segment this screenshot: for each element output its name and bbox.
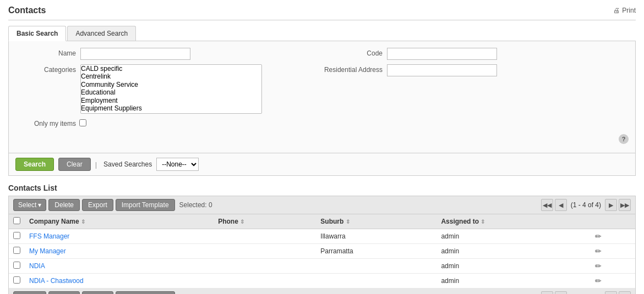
top-page-info: (1 - 4 of 4): [571, 201, 601, 209]
company-name-link[interactable]: NDIA - Chastwood: [29, 277, 84, 285]
help-icon[interactable]: ?: [619, 134, 629, 144]
header-phone[interactable]: Phone ⇕: [214, 214, 316, 229]
edit-icon[interactable]: ✏: [595, 232, 602, 241]
code-label: Code: [322, 48, 383, 57]
only-my-items-label: Only my items: [15, 118, 76, 127]
residential-address-input[interactable]: [387, 64, 497, 76]
top-delete-button[interactable]: Delete: [48, 199, 80, 211]
table-header-row: Company Name ⇕ Phone ⇕ Suburb ⇕ Assign: [9, 214, 635, 229]
top-selected-count: Selected: 0: [179, 201, 212, 209]
only-my-items-row: Only my items: [15, 118, 322, 127]
category-option[interactable]: Centrelink: [81, 73, 261, 80]
bottom-delete-button[interactable]: Delete: [48, 291, 80, 294]
bottom-select-button[interactable]: Select ▾: [13, 291, 46, 294]
top-prev-page-btn[interactable]: ◀: [555, 199, 567, 211]
table-row: My Manager Parramatta admin ✏: [9, 244, 635, 259]
bottom-pagination: ◀◀ ◀ (1 - 4 of 4) ▶ ▶▶: [541, 291, 631, 294]
row-edit-cell: ✏: [591, 244, 635, 259]
category-option[interactable]: Employment: [81, 97, 261, 104]
only-my-items-checkbox[interactable]: [79, 119, 86, 126]
assigned-sort-icon: ⇕: [481, 219, 485, 225]
edit-icon[interactable]: ✏: [595, 247, 602, 256]
bottom-next-page-btn[interactable]: ▶: [605, 291, 617, 294]
header-actions-col: [591, 214, 635, 229]
row-suburb: [316, 259, 436, 274]
category-option[interactable]: Educational: [81, 88, 261, 96]
top-next-page-btn[interactable]: ▶: [605, 199, 617, 211]
company-name-label: Company Name: [29, 218, 79, 225]
suburb-label: Suburb: [320, 218, 343, 225]
name-label: Name: [15, 48, 76, 57]
tab-basic-search[interactable]: Basic Search: [8, 26, 66, 41]
top-export-button[interactable]: Export: [82, 199, 113, 211]
bottom-export-button[interactable]: Export: [82, 291, 113, 294]
assigned-to-label: Assigned to: [441, 218, 479, 225]
row-checkbox-cell: [9, 259, 25, 274]
row-checkbox[interactable]: [13, 232, 20, 239]
row-checkbox-cell: [9, 244, 25, 259]
phone-sort-icon: ⇕: [240, 219, 244, 225]
company-name-link[interactable]: NDIA: [29, 262, 45, 270]
company-name-link[interactable]: My Manager: [29, 247, 66, 255]
name-row: Name: [15, 48, 322, 60]
category-option[interactable]: CALD specific: [81, 65, 261, 73]
contacts-table: Company Name ⇕ Phone ⇕ Suburb ⇕ Assign: [9, 214, 635, 289]
row-company-name: My Manager: [25, 244, 214, 259]
row-assigned-to: admin: [436, 274, 590, 289]
top-select-label: Select: [18, 201, 36, 209]
code-row: Code: [322, 48, 629, 60]
clear-button[interactable]: Clear: [58, 158, 91, 171]
search-left-col: Name Categories CALD specific Centrelink…: [15, 48, 322, 132]
row-checkbox[interactable]: [13, 262, 20, 269]
bottom-last-page-btn[interactable]: ▶▶: [619, 291, 631, 294]
row-company-name: FFS Manager: [25, 229, 214, 244]
top-pagination: ◀◀ ◀ (1 - 4 of 4) ▶ ▶▶: [541, 199, 631, 211]
categories-row: Categories CALD specific Centrelink Comm…: [15, 64, 322, 114]
print-link[interactable]: Print: [613, 7, 636, 14]
header-suburb[interactable]: Suburb ⇕: [316, 214, 436, 229]
table-row: FFS Manager Illawarra admin ✏: [9, 229, 635, 244]
category-option[interactable]: Equipment Suppliers: [81, 104, 261, 112]
top-import-button[interactable]: Import Template: [116, 199, 175, 211]
edit-icon[interactable]: ✏: [595, 276, 602, 285]
code-input[interactable]: [387, 48, 497, 60]
list-bottom-toolbar: Select ▾ Delete Export Import Template S…: [9, 289, 635, 294]
select-all-checkbox[interactable]: [13, 217, 20, 224]
contacts-tbody: FFS Manager Illawarra admin ✏ My Manager…: [9, 229, 635, 289]
row-checkbox-cell: [9, 229, 25, 244]
company-name-link[interactable]: FFS Manager: [29, 232, 69, 240]
phone-label: Phone: [218, 218, 238, 225]
header-assigned-to[interactable]: Assigned to ⇕: [436, 214, 590, 229]
row-checkbox[interactable]: [13, 247, 20, 254]
row-assigned-to: admin: [436, 259, 590, 274]
top-first-page-btn[interactable]: ◀◀: [541, 199, 553, 211]
list-top-toolbar: Select ▾ Delete Export Import Template S…: [9, 196, 635, 214]
row-phone: [214, 244, 316, 259]
categories-listbox[interactable]: CALD specific Centrelink Community Servi…: [80, 64, 262, 114]
row-company-name: NDIA: [25, 259, 214, 274]
saved-searches-select[interactable]: --None--: [156, 158, 199, 171]
edit-icon[interactable]: ✏: [595, 262, 602, 270]
search-button[interactable]: Search: [15, 158, 54, 171]
table-row: NDIA admin ✏: [9, 259, 635, 274]
top-last-page-btn[interactable]: ▶▶: [619, 199, 631, 211]
row-assigned-to: admin: [436, 229, 590, 244]
bottom-first-page-btn[interactable]: ◀◀: [541, 291, 553, 294]
tab-advanced-search[interactable]: Advanced Search: [67, 26, 136, 41]
row-suburb: [316, 274, 436, 289]
category-option[interactable]: Community Service: [81, 81, 261, 88]
page-title: Contacts: [8, 5, 46, 15]
name-input[interactable]: [80, 48, 190, 60]
help-row: ?: [15, 132, 629, 146]
page-header: Contacts Print: [8, 5, 636, 20]
bottom-import-button[interactable]: Import Template: [116, 291, 175, 294]
row-edit-cell: ✏: [591, 259, 635, 274]
row-checkbox[interactable]: [13, 276, 20, 284]
top-select-button[interactable]: Select ▾: [13, 199, 46, 211]
contacts-list-section: Contacts List Select ▾ Delete Export Imp…: [8, 184, 636, 294]
header-company-name[interactable]: Company Name ⇕: [25, 214, 214, 229]
divider: |: [95, 160, 97, 169]
table-row: NDIA - Chastwood admin ✏: [9, 274, 635, 289]
bottom-prev-page-btn[interactable]: ◀: [555, 291, 567, 294]
search-tabs: Basic Search Advanced Search: [8, 26, 636, 41]
